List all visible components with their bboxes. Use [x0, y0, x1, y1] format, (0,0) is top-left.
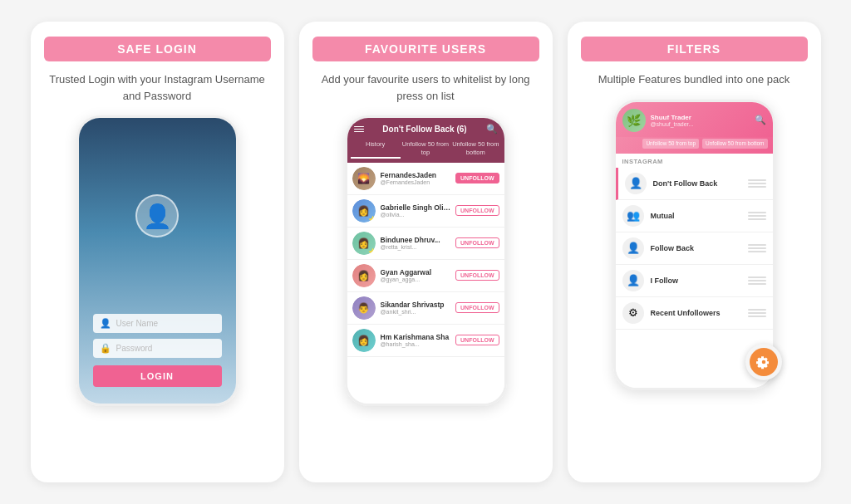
- filter-item-lines-4: [748, 309, 766, 317]
- fav-user-avatar-0: 🌄: [352, 167, 376, 190]
- fav-search-icon[interactable]: 🔍: [486, 124, 498, 135]
- fav-user-avatar-2: 👩 ⭐: [352, 232, 376, 255]
- lock-icon: 🔒: [100, 343, 111, 354]
- login-avatar-area: 👤: [135, 118, 179, 314]
- fav-user-row-featured[interactable]: 🌄 FernandesJaden @FernandesJaden UNFOLLO…: [347, 163, 504, 195]
- filters-phone-wrapper: 🌿 Shuuf Trader @shuuf_trader... 🔍 Unfoll…: [613, 100, 775, 390]
- fav-user-row-1[interactable]: 👩 ⭐ Gabrielle Singh Oliver @olivia... UN…: [347, 195, 504, 228]
- filter-item-label-0: Don't Follow Back: [653, 179, 741, 188]
- login-screen: 👤 👤 User Name 🔒 Password LOGIN: [79, 118, 236, 404]
- filter-item-lines-2: [748, 244, 766, 252]
- unfollow-button-3[interactable]: UNFOLLOW: [455, 270, 499, 281]
- filter-item-icon-2: 👤: [622, 237, 644, 259]
- fav-user-info-5: Hm Karishmana Sha @harish_sha...: [381, 333, 451, 347]
- fav-user-avatar-5: 👩: [352, 329, 376, 352]
- fab-gear-button[interactable]: [745, 344, 782, 380]
- gear-icon: [756, 355, 771, 369]
- fav-header-title: Don't Follow Back (6): [382, 125, 466, 134]
- unfollow-button-4[interactable]: UNFOLLOW: [455, 302, 499, 313]
- username-placeholder: User Name: [116, 319, 159, 328]
- fav-user-info-0: FernandesJaden @FernandesJaden: [381, 171, 451, 185]
- filter-item-icon-1: 👥: [622, 205, 644, 227]
- filter-item-label-1: Mutual: [651, 212, 741, 220]
- fav-user-row-5[interactable]: 👩 Hm Karishmana Sha @harish_sha... UNFOL…: [347, 325, 504, 357]
- menu-icon[interactable]: [354, 126, 364, 133]
- safe-login-title-bar: SAFE LOGIN: [44, 37, 271, 61]
- star-badge-1: ⭐: [368, 216, 376, 223]
- filter-item-lines-1: [748, 212, 766, 220]
- username-input-wrap[interactable]: 👤 User Name: [93, 314, 222, 333]
- user-avatar-icon: 👤: [143, 203, 172, 230]
- star-badge-2: ⭐: [368, 248, 376, 255]
- unfollow-button-2[interactable]: UNFOLLOW: [455, 237, 499, 248]
- favourite-screen: Don't Follow Back (6) 🔍 History Unfollow…: [347, 118, 504, 404]
- filter-search-icon[interactable]: 🔍: [755, 115, 766, 125]
- fav-user-info-1: Gabrielle Singh Oliver @olivia...: [381, 203, 451, 218]
- filter-user-info: Shuuf Trader @shuuf_trader...: [651, 114, 694, 127]
- filter-item-lines-3: [748, 276, 766, 285]
- filter-section-label: INSTAGRAM: [616, 154, 773, 168]
- fav-user-info-3: Gyan Aggarwal @gyan_agga...: [381, 268, 451, 282]
- filter-item-4[interactable]: ⚙ Recent Unfollowers: [616, 297, 773, 330]
- password-placeholder: Password: [116, 344, 153, 353]
- filter-avatar: 🌿: [622, 109, 646, 132]
- favourite-users-panel: FAVOURITE USERS Add your favourite users…: [299, 22, 553, 482]
- fav-user-row-2[interactable]: 👩 ⭐ Bindunee Dhruv... @retta_krist... UN…: [347, 228, 504, 260]
- user-input-icon: 👤: [100, 318, 111, 329]
- filter-item-0[interactable]: 👤 Don't Follow Back: [616, 168, 773, 200]
- fav-tab-history[interactable]: History: [351, 139, 401, 159]
- login-button[interactable]: LOGIN: [93, 365, 222, 387]
- fav-header: Don't Follow Back (6) 🔍: [347, 118, 504, 139]
- filter-item-icon-0: 👤: [625, 173, 647, 194]
- filter-item-label-4: Recent Unfollowers: [651, 309, 741, 317]
- favourite-users-desc: Add your favourite users to whitelist by…: [312, 71, 539, 104]
- filters-phone: 🌿 Shuuf Trader @shuuf_trader... 🔍 Unfoll…: [613, 100, 775, 390]
- filter-tab-unfollow-bottom[interactable]: Unfollow 50 from bottom: [702, 139, 767, 149]
- unfollow-button-0[interactable]: UNFOLLOW: [455, 173, 499, 183]
- filter-user-area: 🌿 Shuuf Trader @shuuf_trader...: [622, 109, 694, 132]
- favourite-users-phone: Don't Follow Back (6) 🔍 History Unfollow…: [345, 115, 507, 406]
- filters-title-bar: FILTERS: [581, 37, 808, 61]
- fav-user-info-4: Sikandar Shrivastp @ankit_shri...: [381, 301, 451, 315]
- user-avatar-circle: 👤: [135, 194, 179, 237]
- filter-item-label-2: Follow Back: [651, 244, 741, 252]
- fav-user-row-3[interactable]: 👩 Gyan Aggarwal @gyan_agga... UNFOLLOW: [347, 260, 504, 292]
- unfollow-button-1[interactable]: UNFOLLOW: [455, 205, 499, 216]
- filter-tab-unfollow-top[interactable]: Unfollow 50 from top: [642, 139, 699, 149]
- fav-user-info-2: Bindunee Dhruv... @retta_krist...: [381, 236, 451, 250]
- fav-user-avatar-3: 👩: [352, 264, 376, 287]
- filters-screen: 🌿 Shuuf Trader @shuuf_trader... 🔍 Unfoll…: [616, 102, 773, 388]
- filters-title: FILTERS: [667, 42, 721, 56]
- safe-login-desc: Trusted Login with your Instagram Userna…: [44, 71, 271, 104]
- password-input-wrap[interactable]: 🔒 Password: [93, 339, 222, 358]
- filter-item-1[interactable]: 👥 Mutual: [616, 200, 773, 232]
- fav-tab-unfollow-top[interactable]: Unfollow 50 from top: [401, 139, 450, 159]
- main-container: SAFE LOGIN Trusted Login with your Insta…: [0, 5, 851, 499]
- safe-login-panel: SAFE LOGIN Trusted Login with your Insta…: [31, 22, 284, 482]
- fav-user-avatar-4: 👨: [352, 296, 376, 320]
- fav-tabs: History Unfollow 50 from top Unfollow 50…: [347, 139, 504, 163]
- safe-login-title: SAFE LOGIN: [117, 42, 197, 56]
- filter-tabs-area: Unfollow 50 from top Unfollow 50 from bo…: [616, 137, 773, 154]
- fav-tab-unfollow-bottom[interactable]: Unfollow 50 from bottom: [450, 139, 500, 159]
- safe-login-phone: 👤 👤 User Name 🔒 Password LOGIN: [76, 115, 239, 406]
- filter-item-2[interactable]: 👤 Follow Back: [616, 232, 773, 265]
- filter-item-icon-4: ⚙: [622, 302, 644, 324]
- favourite-users-title: FAVOURITE USERS: [365, 42, 486, 56]
- filters-panel: FILTERS Multiple Features bundled into o…: [568, 22, 821, 482]
- filter-item-3[interactable]: 👤 I Follow: [616, 265, 773, 297]
- unfollow-button-5[interactable]: UNFOLLOW: [455, 335, 499, 345]
- fav-user-avatar-1: 👩 ⭐: [352, 199, 376, 223]
- favourite-users-title-bar: FAVOURITE USERS: [312, 37, 539, 61]
- fav-user-row-4[interactable]: 👨 Sikandar Shrivastp @ankit_shri... UNFO…: [347, 292, 504, 325]
- filter-header: 🌿 Shuuf Trader @shuuf_trader... 🔍: [616, 102, 773, 137]
- filter-item-label-3: I Follow: [651, 276, 741, 285]
- filter-item-lines-0: [748, 179, 766, 188]
- filter-item-icon-3: 👤: [622, 270, 644, 291]
- filters-desc: Multiple Features bundled into one pack: [598, 71, 790, 88]
- login-form: 👤 User Name 🔒 Password LOGIN: [93, 314, 222, 387]
- fab-gear-inner: [750, 348, 778, 376]
